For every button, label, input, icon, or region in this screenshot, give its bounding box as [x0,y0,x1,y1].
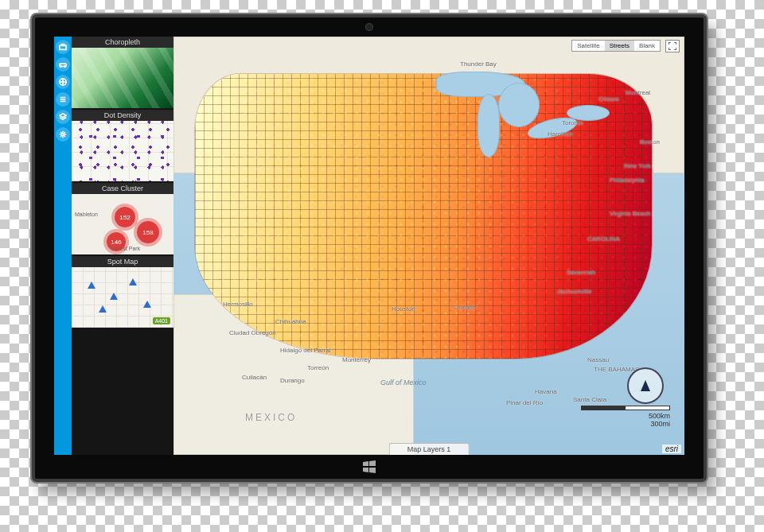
city-label: Hidalgo del Parral [280,347,331,354]
city-label: Thunder Bay [460,60,497,68]
panel-dot-density-thumb [72,121,173,181]
city-label: Monterrey [342,356,371,363]
cluster-city-label: Mableton [75,212,98,217]
city-label: Hermosillo [223,301,253,308]
map-types-panel: Choropleth Dot Density Case Cluster 152 … [72,37,173,455]
rail-layers-icon[interactable] [56,110,70,124]
rail-settings-icon[interactable] [56,127,70,142]
city-label: Boston [640,138,660,146]
city-label: Ottawa [598,95,618,103]
lake-huron [498,83,540,127]
esri-attribution: esri [662,445,681,453]
tool-rail [54,37,72,455]
city-label: Pinar del Río [506,399,543,406]
city-label: Havana [535,388,557,395]
city-label: Philadelphia [610,177,645,184]
panel-case-cluster-title: Case Cluster [72,183,173,194]
tablet-camera [366,24,372,30]
svg-point-3 [64,66,66,68]
panel-case-cluster-thumb: 152 158 146 Mableton Forest Park [72,194,173,254]
scale-mi: 300mi [581,420,670,428]
windows-button[interactable] [362,460,376,474]
city-label: Toronto [562,119,583,126]
rail-briefcase-icon[interactable] [56,40,70,54]
cluster-bubble: 158 [137,221,159,243]
cluster-city-label: Forest Park [111,246,140,251]
city-label: Montreal [626,89,650,96]
map-layers-tab[interactable]: Map Layers 1 [389,443,470,455]
basemap-switch: Satellite Streets Blank [571,40,661,52]
map-canvas[interactable]: Thunder BayOttawaMontrealTorontoHamilton… [173,37,684,455]
compass-icon[interactable] [627,367,664,404]
panel-dot-density-title: Dot Density [72,110,173,121]
rail-car-icon[interactable] [56,57,70,72]
panel-spot-map-title: Spot Map [72,256,173,267]
city-label: Hamilton [548,130,573,138]
svg-point-5 [61,133,64,135]
gulf-label: Gulf of Mexico [380,379,427,386]
mexico-label: MEXICO [245,412,297,423]
lake-ontario [567,105,610,121]
city-label: CAROLINA [587,235,620,243]
tablet-frame: Choropleth Dot Density Case Cluster 152 … [32,14,707,482]
basemap-streets[interactable]: Streets [605,41,634,51]
lake-michigan [477,94,500,157]
panel-case-cluster[interactable]: Case Cluster 152 158 146 Mableton Forest… [72,183,173,254]
panel-dot-density[interactable]: Dot Density [72,110,173,181]
city-label: Torreón [307,364,329,371]
rail-list-icon[interactable] [56,92,70,107]
cluster-bubble: 152 [115,207,135,227]
city-label: Nassau [587,356,609,363]
basemap-satellite[interactable]: Satellite [572,41,604,51]
spot-badge: A401 [153,317,170,324]
city-label: Culiacán [242,374,267,381]
panel-choropleth-title: Choropleth [72,37,173,48]
city-label: Jacksonville [557,288,591,295]
basemap-blank[interactable]: Blank [634,41,660,51]
city-label: Orleans [454,304,476,311]
app-screen: Choropleth Dot Density Case Cluster 152 … [54,37,684,455]
city-label: Chihuahua [275,318,306,325]
rail-globe-icon[interactable] [56,75,70,89]
svg-rect-0 [60,45,66,49]
city-label: Savannah [567,269,595,276]
city-label: Virginia Beach [610,210,650,217]
city-label: New York [624,162,651,169]
city-label: Ciudad Obregón [229,329,276,336]
svg-point-2 [60,66,62,68]
scale-bar: 500km 300mi [581,406,670,428]
panel-spot-map[interactable]: Spot Map A401 [72,256,173,328]
scale-km: 500km [581,412,670,420]
city-label: Santa Clara [573,396,606,403]
panel-choropleth-thumb [72,48,173,108]
panel-spot-map-thumb: A401 [72,267,173,328]
city-label: Durango [280,377,305,384]
fullscreen-button[interactable] [665,40,680,52]
panel-choropleth[interactable]: Choropleth [72,37,173,108]
city-label: Houston [392,305,415,313]
